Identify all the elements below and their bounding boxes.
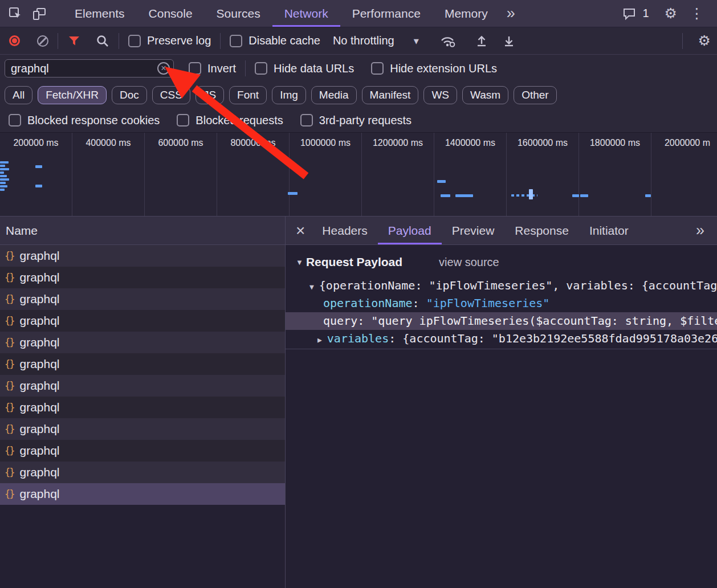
- tab-elements[interactable]: Elements: [63, 0, 137, 27]
- request-name: graphql: [19, 444, 59, 458]
- tab-console[interactable]: Console: [137, 0, 205, 27]
- detail-tab-preview[interactable]: Preview: [442, 217, 505, 244]
- section-expander-icon[interactable]: ▼: [296, 258, 303, 267]
- json-braces-icon: {}: [5, 488, 14, 500]
- hide-data-urls-label[interactable]: Hide data URLs: [274, 62, 354, 75]
- hide-data-urls-checkbox[interactable]: [255, 62, 267, 75]
- type-filter-media[interactable]: Media: [311, 86, 357, 104]
- kebab-menu-icon[interactable]: ⋮: [683, 6, 710, 21]
- hide-extension-urls-checkbox[interactable]: [371, 62, 384, 75]
- payload-preview-text: {operationName: "ipFlowTimeseries", vari…: [319, 279, 717, 292]
- timeline-column: 1600000 ms: [507, 133, 579, 216]
- payload-preview-line[interactable]: ▼{operationName: "ipFlowTimeseries", var…: [286, 277, 717, 295]
- type-filter-js[interactable]: JS: [195, 86, 224, 104]
- network-settings-gear-icon[interactable]: ⚙: [692, 34, 717, 48]
- more-detail-tabs-icon[interactable]: »: [696, 223, 704, 238]
- tab-performance[interactable]: Performance: [340, 0, 433, 27]
- toolbar-divider: [119, 33, 119, 49]
- type-filter-manifest[interactable]: Manifest: [362, 86, 419, 104]
- disable-cache-group: Disable cache: [230, 34, 320, 47]
- expander-closed-icon[interactable]: ▶: [317, 336, 322, 344]
- request-row[interactable]: {}graphql: [0, 397, 285, 418]
- request-row[interactable]: {}graphql: [0, 310, 285, 332]
- disable-cache-label[interactable]: Disable cache: [248, 34, 320, 47]
- request-row[interactable]: {}graphql: [0, 245, 285, 267]
- request-row[interactable]: {}graphql: [0, 332, 285, 353]
- network-conditions-icon[interactable]: [439, 34, 455, 48]
- view-source-link[interactable]: view source: [439, 256, 499, 269]
- import-har-icon[interactable]: [475, 34, 488, 48]
- type-filter-img[interactable]: Img: [272, 86, 306, 104]
- record-button[interactable]: [9, 35, 20, 46]
- network-overview-timeline[interactable]: 200000 ms 400000 ms 600000 ms 800000 ms …: [0, 132, 717, 217]
- hide-extension-urls-label[interactable]: Hide extension URLs: [390, 62, 497, 75]
- throttling-dropdown[interactable]: No throttling ▾: [333, 34, 419, 47]
- blocked-response-cookies-checkbox[interactable]: [9, 114, 21, 126]
- device-toolbar-icon[interactable]: [30, 4, 49, 23]
- detail-tab-payload[interactable]: Payload: [378, 217, 442, 244]
- name-column-header[interactable]: Name: [0, 217, 285, 245]
- payload-operation-name-line[interactable]: operationName: "ipFlowTimeseries": [286, 295, 717, 312]
- request-row[interactable]: {}graphql: [0, 462, 285, 483]
- export-har-icon[interactable]: [502, 34, 516, 48]
- type-filter-wasm[interactable]: Wasm: [462, 86, 508, 104]
- json-braces-icon: {}: [5, 272, 14, 283]
- third-party-requests-checkbox[interactable]: [300, 114, 313, 126]
- detail-tab-headers[interactable]: Headers: [312, 217, 377, 244]
- json-braces-icon: {}: [5, 358, 14, 370]
- preserve-log-label[interactable]: Preserve log: [147, 34, 211, 47]
- request-row[interactable]: {}graphql: [0, 288, 285, 310]
- waterfall-bar: [0, 172, 4, 174]
- timeline-tick-label: 1800000 ms: [590, 138, 640, 216]
- preserve-log-checkbox[interactable]: [128, 35, 141, 47]
- type-filter-ws[interactable]: WS: [423, 86, 457, 104]
- issues-icon[interactable]: [620, 4, 639, 23]
- request-row[interactable]: {}graphql: [0, 440, 285, 462]
- third-party-requests-label[interactable]: 3rd-party requests: [319, 114, 412, 127]
- payload-query-line-selected[interactable]: query: "query ipFlowTimeseries($accountT…: [286, 312, 717, 330]
- detail-tab-initiator[interactable]: Initiator: [579, 217, 639, 244]
- name-column-header-label: Name: [6, 224, 38, 238]
- request-type-filters: All Fetch/XHR Doc CSS JS Font Img Media …: [0, 82, 717, 108]
- clear-network-log-icon[interactable]: [37, 35, 48, 47]
- request-name: graphql: [19, 336, 59, 349]
- json-braces-icon: {}: [5, 380, 14, 391]
- detail-tab-response[interactable]: Response: [504, 217, 579, 244]
- filter-icon[interactable]: [67, 34, 81, 48]
- request-row[interactable]: {}graphql: [0, 267, 285, 288]
- type-filter-css[interactable]: CSS: [152, 86, 190, 104]
- expander-open-icon[interactable]: ▼: [309, 283, 314, 291]
- filter-input[interactable]: [5, 59, 174, 77]
- invert-label[interactable]: Invert: [207, 62, 236, 75]
- tab-sources[interactable]: Sources: [205, 0, 272, 27]
- type-filter-fetch-xhr[interactable]: Fetch/XHR: [38, 86, 107, 104]
- inspect-element-icon[interactable]: [6, 4, 25, 23]
- payload-variables-line[interactable]: ▶variables: {accountTag: "b12e3b2192ee55…: [286, 330, 717, 348]
- disable-cache-checkbox[interactable]: [230, 35, 242, 47]
- json-braces-icon: {}: [5, 250, 14, 262]
- filter-divider: [245, 60, 246, 76]
- request-row[interactable]: {}graphql: [0, 353, 285, 375]
- issues-count[interactable]: 1: [642, 7, 649, 20]
- blocked-response-cookies-label[interactable]: Blocked response cookies: [27, 114, 160, 127]
- type-filter-font[interactable]: Font: [229, 86, 267, 104]
- type-filter-other[interactable]: Other: [514, 86, 557, 104]
- blocked-requests-checkbox[interactable]: [177, 114, 189, 126]
- clear-filter-icon[interactable]: ×: [157, 62, 170, 75]
- search-icon[interactable]: [96, 34, 109, 48]
- blocked-requests-label[interactable]: Blocked requests: [195, 114, 283, 127]
- tab-network[interactable]: Network: [272, 0, 340, 27]
- request-row-selected[interactable]: {}graphql: [0, 483, 285, 505]
- json-braces-icon: {}: [5, 402, 14, 413]
- close-icon[interactable]: ×: [296, 223, 305, 239]
- type-filter-doc[interactable]: Doc: [112, 86, 147, 104]
- request-row[interactable]: {}graphql: [0, 418, 285, 440]
- more-panels-icon[interactable]: »: [507, 6, 515, 21]
- blocked-requests-group: Blocked requests: [177, 114, 283, 127]
- tab-memory[interactable]: Memory: [433, 0, 500, 27]
- request-name: graphql: [19, 292, 59, 306]
- type-filter-all[interactable]: All: [5, 86, 32, 104]
- request-row[interactable]: {}graphql: [0, 375, 285, 397]
- settings-gear-icon[interactable]: ⚙: [658, 6, 683, 21]
- invert-checkbox[interactable]: [189, 62, 201, 75]
